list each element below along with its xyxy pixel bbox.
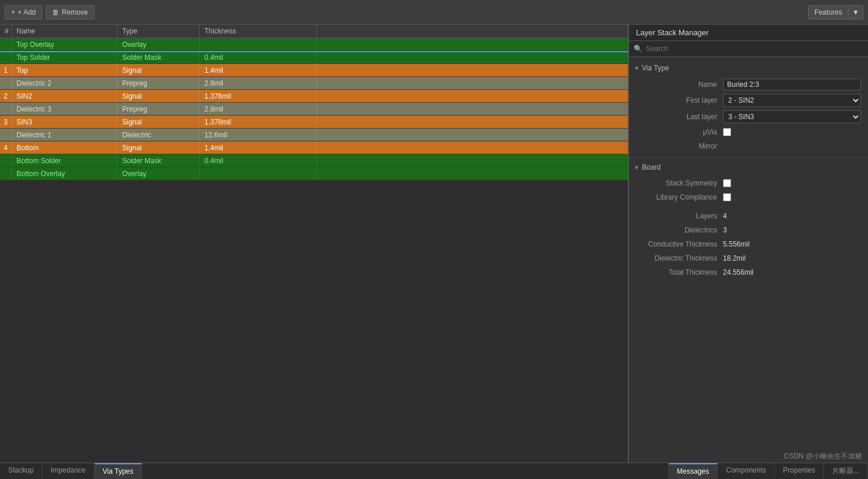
search-input[interactable] [646, 45, 863, 53]
first-layer-select[interactable]: 2 - SIN21 - Top3 - SIN34 - Bottom [723, 94, 861, 107]
remove-label: Remove [62, 8, 88, 16]
row-type: Overlay [117, 167, 200, 180]
col-header-thickness: Thickness [200, 25, 317, 38]
table-row[interactable]: Top Solder Solder Mask 0.4mil [0, 51, 628, 64]
row-type: Solder Mask [117, 154, 200, 167]
row-num: 2 [0, 90, 12, 102]
panel-content: ▼ Via Type Name First layer 2 - SIN21 - … [629, 57, 868, 463]
dielectrics-value: 3 [723, 226, 861, 234]
row-thickness: 2.8mil [200, 77, 317, 89]
table-row[interactable]: Bottom Overlay Overlay [0, 167, 628, 180]
bottom-panel-tab-components[interactable]: Components [718, 463, 775, 479]
prop-library-compliance-row: Library Compliance [629, 190, 868, 204]
add-button[interactable]: + + Add [5, 5, 42, 19]
row-name: Top Solder [12, 51, 117, 63]
via-type-section-label: Via Type [642, 64, 669, 72]
row-type: Signal [117, 141, 200, 154]
row-name: Bottom Solder [12, 154, 117, 167]
table-row[interactable]: 1 Top Signal 1.4mil [0, 64, 628, 77]
bottom-panel-tab-messages[interactable]: Messages [669, 463, 718, 479]
row-num: 1 [0, 64, 12, 76]
bottom-tabs: StackupImpedanceVia Types MessagesCompon… [0, 463, 868, 479]
table-row[interactable]: 4 Bottom Signal 1.4mil [0, 141, 628, 154]
layers-value: 4 [723, 212, 861, 220]
prop-dielectrics-row: Dielectrics 3 [629, 223, 868, 237]
prop-mirror-row: Mirror [629, 139, 868, 153]
board-arrow-icon: ▼ [634, 164, 640, 171]
row-thickness [200, 38, 317, 50]
layers-label: Layers [641, 212, 723, 220]
row-thickness: 1.378mil [200, 90, 317, 102]
table-row[interactable]: Top Overlay Overlay [0, 38, 628, 51]
row-type: Overlay [117, 38, 200, 50]
row-thickness: 1.378mil [200, 116, 317, 128]
board-section-header[interactable]: ▼ Board [629, 161, 868, 174]
bottom-tab-impedance[interactable]: Impedance [42, 463, 94, 479]
first-layer-label: First layer [641, 96, 723, 104]
table-row[interactable]: Bottom Solder Solder Mask 0.4mil [0, 154, 628, 167]
library-compliance-label: Library Compliance [641, 193, 723, 201]
features-arrow-icon[interactable]: ▼ [848, 6, 863, 19]
row-num [0, 154, 12, 167]
via-type-section-header[interactable]: ▼ Via Type [629, 62, 868, 75]
prop-name-row: Name [629, 77, 868, 92]
board-section-label: Board [642, 163, 661, 171]
row-name: Top [12, 64, 117, 76]
row-name: Bottom [12, 141, 117, 154]
prop-first-layer-row: First layer 2 - SIN21 - Top3 - SIN34 - B… [629, 92, 868, 109]
bottom-panel-tab-properties[interactable]: Properties [775, 463, 824, 479]
table-row[interactable]: Dielectric 3 Prepreg 2.8mil [0, 103, 628, 116]
search-icon: 🔍 [634, 45, 642, 53]
row-type: Solder Mask [117, 51, 200, 63]
prop-uvia-row: μVia [629, 125, 868, 139]
last-layer-select[interactable]: 3 - SIN31 - Top2 - SIN24 - Bottom [723, 110, 861, 123]
via-type-properties: Name First layer 2 - SIN21 - Top3 - SIN3… [629, 75, 868, 156]
board-properties: Stack Symmetry Library Compliance Layers… [629, 174, 868, 282]
row-thickness: 0.4mil [200, 51, 317, 63]
main-area: # Name Type Thickness Top Overlay Overla… [0, 25, 868, 463]
row-thickness: 12.6mil [200, 129, 317, 141]
row-type: Dielectric [117, 129, 200, 141]
stack-symmetry-checkbox[interactable] [723, 179, 731, 187]
bottom-tab-via-types[interactable]: Via Types [95, 463, 142, 479]
prop-dielectric-thickness-row: Dielectric Thickness 18.2mil [629, 251, 868, 265]
features-dropdown[interactable]: Features ▼ [808, 5, 863, 19]
row-name: SIN3 [12, 116, 117, 128]
col-header-name: Name [12, 25, 117, 38]
row-type: Prepreg [117, 103, 200, 115]
uvia-label: μVia [641, 128, 723, 136]
bottom-panel-tab-片断器...[interactable]: 片断器... [824, 463, 868, 479]
name-label: Name [641, 80, 723, 89]
total-thickness-value: 24.556mil [723, 268, 861, 276]
mirror-label: Mirror [641, 142, 723, 150]
toolbar: + + Add 🗑 Remove Features ▼ [0, 0, 868, 25]
add-label: + Add [18, 8, 36, 16]
right-panel: Layer Stack Manager 🔍 ▼ Via Type Name Fi… [628, 25, 868, 463]
bottom-tab-stackup[interactable]: Stackup [0, 463, 42, 479]
uvia-checkbox[interactable] [723, 128, 731, 136]
search-bar: 🔍 [629, 41, 868, 57]
total-thickness-label: Total Thickness [641, 268, 723, 276]
row-num [0, 167, 12, 180]
prop-stack-symmetry-row: Stack Symmetry [629, 176, 868, 190]
conductive-thickness-label: Conductive Thickness [641, 240, 723, 248]
row-num [0, 51, 12, 63]
row-type: Prepreg [117, 77, 200, 89]
name-input[interactable] [723, 79, 861, 90]
row-thickness: 1.4mil [200, 64, 317, 76]
table-row[interactable]: 2 SIN2 Signal 1.378mil [0, 90, 628, 103]
row-thickness: 0.4mil [200, 154, 317, 167]
remove-button[interactable]: 🗑 Remove [46, 5, 95, 19]
library-compliance-checkbox[interactable] [723, 193, 731, 201]
row-name: Top Overlay [12, 38, 117, 50]
table-row[interactable]: Dielectric 1 Dielectric 12.6mil [0, 129, 628, 141]
features-label[interactable]: Features [809, 6, 848, 19]
table-row[interactable]: 3 SIN3 Signal 1.378mil [0, 116, 628, 129]
col-header-type: Type [117, 25, 200, 38]
row-type: Signal [117, 64, 200, 76]
row-type: Signal [117, 116, 200, 128]
dielectrics-label: Dielectrics [641, 226, 723, 234]
row-num: 4 [0, 141, 12, 154]
table-header: # Name Type Thickness [0, 25, 628, 38]
table-row[interactable]: Dielectric 2 Prepreg 2.8mil [0, 77, 628, 90]
